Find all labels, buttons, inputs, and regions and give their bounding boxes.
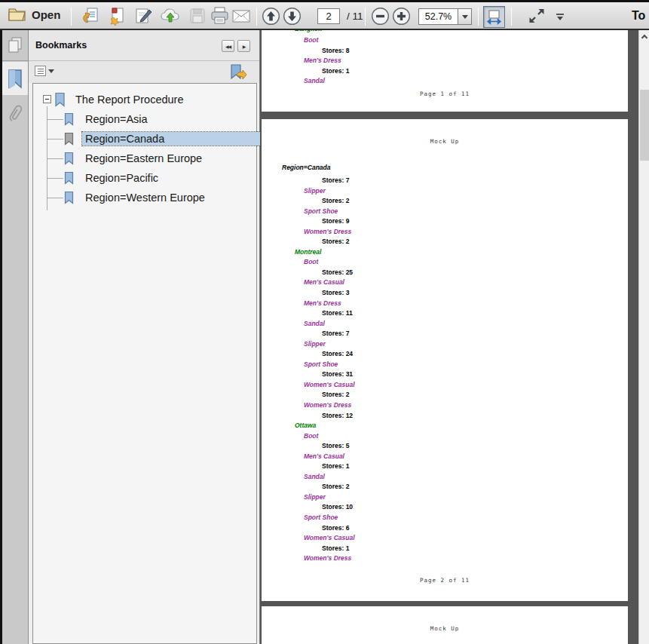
stores-label: Stores: 1 — [322, 67, 349, 75]
upload-cloud-button[interactable] — [160, 5, 181, 27]
toolbar-separator — [256, 8, 257, 26]
city-label: Ottawa — [295, 422, 316, 429]
region-heading: Region=Canada — [282, 164, 330, 171]
stores-label: Stores: 11 — [322, 309, 353, 317]
bookmark-icon — [63, 132, 75, 146]
bookmark-item-region-asia[interactable]: Region=Asia — [63, 109, 151, 129]
bookmark-label[interactable]: The Report Procedure — [72, 93, 186, 106]
product-label: Women's Casual — [304, 381, 355, 388]
new-bookmark-button[interactable] — [229, 63, 247, 84]
page-1: BangkokBootStores: 8Men's DressStores: 1… — [262, 30, 628, 112]
stores-label: Stores: 1 — [322, 462, 349, 470]
product-label: Slipper — [304, 493, 326, 501]
bookmark-item-region-eastern-europe[interactable]: Region=Eastern Europe — [63, 149, 205, 168]
product-label: Men's Dress — [304, 57, 341, 64]
product-label: Boot — [304, 258, 318, 265]
page-header-title: Mock Up — [262, 138, 628, 145]
stores-label: Stores: 2 — [322, 391, 349, 398]
bookmark-item-region-canada[interactable]: Region=Canada — [63, 129, 263, 149]
bookmarks-options-button[interactable] — [35, 66, 54, 76]
previous-view-button[interactable] — [80, 5, 101, 27]
email-button[interactable] — [231, 5, 252, 27]
bookmark-label[interactable]: Region=Asia — [82, 112, 151, 126]
bar-icon — [556, 14, 564, 15]
zoom-in-button[interactable] — [392, 7, 411, 26]
stores-label: Stores: 25 — [322, 268, 353, 276]
scrollbar-thumb[interactable] — [640, 90, 649, 161]
product-label: Slipper — [304, 187, 326, 195]
bookmark-label[interactable]: Region=Canada — [82, 132, 263, 146]
bookmark-item-region-pacific[interactable]: Region=Pacific — [63, 168, 161, 188]
collapse-panel-button[interactable]: ◀◀ — [222, 40, 234, 52]
previous-page-button[interactable] — [262, 7, 280, 26]
page-header-title: Mock Up — [262, 625, 628, 632]
open-button[interactable]: Open — [8, 6, 60, 23]
product-label: Women's Casual — [304, 534, 355, 541]
plus-icon — [392, 7, 411, 26]
page-number-input[interactable] — [317, 8, 340, 24]
tools-menu-label[interactable]: To — [632, 9, 645, 23]
city-label: Montreal — [295, 248, 321, 256]
bookmark-item-region-western-europe[interactable]: Region=Western Europe — [63, 188, 208, 207]
page-footer: Page 1 of 11 — [262, 90, 628, 97]
bookmark-icon — [7, 69, 23, 89]
bookmark-root-item[interactable]: The Report Procedure — [54, 90, 186, 109]
collapse-expander[interactable] — [43, 95, 51, 103]
toolbar-separator — [365, 8, 366, 26]
bookmarks-tree: The Report Procedure Region=Asia Region=… — [32, 83, 257, 644]
stores-label: Stores: 2 — [322, 197, 349, 204]
more-tools-button[interactable] — [555, 11, 565, 22]
page-total-label: / 11 — [347, 8, 363, 24]
panel-expand-button[interactable]: ▶ — [237, 40, 250, 52]
minus-icon — [371, 7, 390, 26]
stores-label: Stores: 24 — [322, 350, 353, 357]
bookmark-label[interactable]: Region=Pacific — [82, 171, 161, 185]
stores-label: Stores: 8 — [322, 47, 349, 54]
product-label: Women's Dress — [304, 554, 351, 562]
attachments-tab[interactable] — [2, 97, 28, 130]
fit-width-button[interactable] — [483, 6, 505, 28]
create-pdf-button[interactable] — [106, 5, 127, 27]
navigation-rail — [0, 30, 29, 644]
envelope-icon — [231, 8, 252, 24]
toolbar-separator — [511, 8, 512, 26]
scroll-up-button[interactable] — [639, 30, 649, 42]
vertical-scrollbar[interactable] — [638, 30, 649, 644]
stores-label: Stores: 2 — [322, 238, 349, 245]
tree-connector — [47, 119, 63, 120]
page-thumbnails-tab[interactable] — [2, 30, 28, 61]
toolbar-separator — [478, 8, 479, 26]
pdf-viewer-window: Open — [0, 0, 649, 644]
sign-document-button[interactable] — [133, 5, 154, 27]
zoom-level-dropdown[interactable] — [458, 8, 472, 25]
save-button[interactable] — [187, 5, 208, 27]
tree-connector — [47, 178, 63, 179]
fullscreen-button[interactable] — [526, 5, 547, 27]
product-label: Women's Dress — [304, 228, 351, 235]
product-label: Men's Casual — [304, 452, 344, 460]
zoom-level-value[interactable]: 52.7% — [418, 8, 458, 25]
zoom-out-button[interactable] — [371, 7, 390, 26]
tree-connector — [47, 139, 63, 140]
bookmark-label[interactable]: Region=Western Europe — [82, 191, 208, 204]
up-arrow-icon — [262, 7, 280, 26]
bookmark-icon — [63, 171, 75, 185]
document-viewport[interactable]: BangkokBootStores: 8Men's DressStores: 1… — [260, 30, 638, 644]
stores-label: Stores: 3 — [322, 289, 349, 296]
open-folder-icon — [8, 6, 27, 23]
open-button-label: Open — [32, 8, 60, 21]
bookmark-icon — [54, 92, 66, 107]
print-button[interactable] — [209, 5, 230, 27]
product-label: Boot — [304, 432, 318, 440]
stores-label: Stores: 7 — [322, 330, 349, 337]
bookmarks-tab[interactable] — [2, 62, 28, 95]
next-page-button[interactable] — [283, 7, 302, 26]
chevron-down-icon — [557, 17, 563, 20]
product-label: Sport Shoe — [304, 360, 338, 368]
page-2: Mock UpRegion=CanadaStores: 7SlipperStor… — [262, 119, 628, 601]
bookmark-label[interactable]: Region=Eastern Europe — [82, 152, 205, 165]
fit-width-icon — [486, 9, 502, 25]
list-icon — [35, 66, 46, 76]
page-footer: Page 2 of 11 — [262, 577, 628, 584]
page-3: Mock Up — [262, 606, 628, 644]
